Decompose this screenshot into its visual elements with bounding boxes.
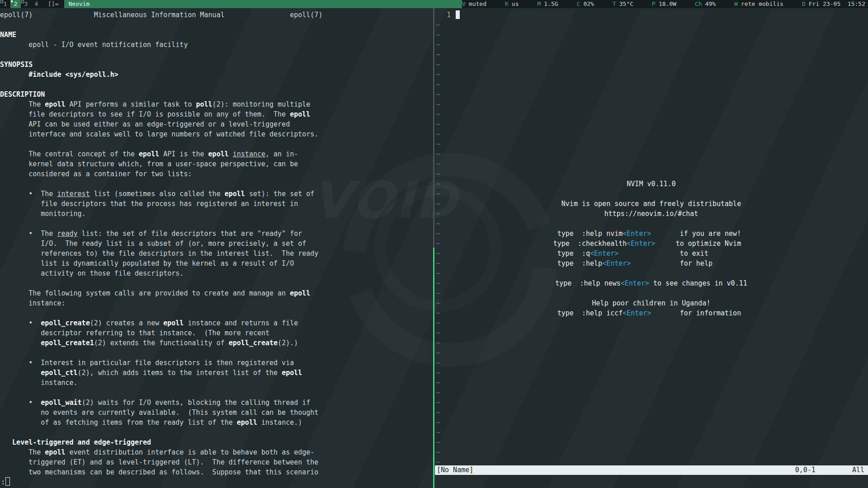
tilde: ~	[436, 457, 440, 465]
status-value: rete mobilis	[741, 0, 783, 7]
status-key: Ch	[695, 0, 702, 7]
man-line: two mechanisms can be described as follo…	[0, 467, 318, 477]
tilde: ~	[436, 30, 440, 40]
tilde: ~	[436, 99, 440, 109]
statusline-gap	[816, 465, 852, 475]
man-line: The following system calls are provided …	[0, 288, 310, 298]
tag-indicator-square	[11, 0, 13, 2]
nvim-intro-line: type :help iccf<Enter> for information	[440, 308, 863, 318]
status-key: P	[652, 0, 656, 7]
man-line: • epoll_wait(2) waits for I/O events, bl…	[0, 398, 310, 408]
status-item-p: P18.0W	[652, 0, 676, 8]
status-bar: VmutedKusM1.5GC02%T35°CP18.0WCh49%Wrete …	[462, 0, 868, 8]
status-key: K	[505, 0, 509, 7]
tilde: ~	[436, 268, 440, 278]
tilde: ~	[436, 408, 440, 418]
statusline-ruler-group: 0,0-1 All	[795, 465, 864, 475]
tilde: ~	[436, 159, 440, 169]
tilde: ~	[436, 119, 440, 129]
tilde: ~	[436, 427, 440, 437]
tilde: ~	[436, 20, 440, 30]
tilde: ~	[436, 139, 440, 149]
man-line: epoll - I/O event notification facility	[0, 40, 188, 50]
man-line: no events are currently available. (This…	[0, 408, 318, 418]
status-item-t: T35°C	[613, 0, 633, 8]
neovim-pane[interactable]: 1 ~~~~~~~~~~~~~~~~~~~~~~~~~~~~~~~~~~~~~~…	[434, 8, 868, 488]
man-line: file descriptors to see if I/O is possib…	[0, 109, 310, 119]
status-value: 02%	[583, 0, 594, 7]
tilde: ~	[436, 169, 440, 179]
tilde: ~	[436, 70, 440, 80]
nvim-intro-line: type :checkhealth<Enter> to optimize Nvi…	[440, 239, 863, 249]
window-border-unfocused	[433, 8, 434, 248]
window-border-focused[interactable]	[433, 248, 434, 488]
tilde: ~	[436, 398, 440, 408]
status-item-v: Vmuted	[462, 0, 486, 8]
status-value: 18.0W	[659, 0, 676, 7]
tag-1[interactable]: 1	[0, 0, 10, 8]
man-line: considered as a container for two lists:	[0, 169, 192, 179]
tilde: ~	[436, 388, 440, 398]
status-value: muted	[469, 0, 486, 7]
tilde: ~	[436, 60, 440, 70]
nvim-statusline: [No Name] 0,0-1 All	[435, 465, 868, 475]
focused-window-title: Neovim	[64, 0, 462, 8]
tilde: ~	[436, 89, 440, 99]
pager-prompt-line[interactable]: :	[1, 477, 10, 487]
tilde: ~	[436, 418, 440, 427]
nvim-cursor	[456, 10, 460, 19]
man-line: of as fetching items from the ready list…	[0, 418, 302, 427]
status-item-d: DFri 23-05 15:52	[802, 0, 865, 8]
tilde: ~	[436, 338, 440, 348]
desktop: VOID 1234 []= Neovim VmutedKusM1.5GC02%T…	[0, 0, 868, 488]
tilde: ~	[436, 109, 440, 119]
status-item-m: M1.5G	[537, 0, 558, 8]
status-item-ch: Ch49%	[695, 0, 716, 8]
tilde: ~	[436, 149, 440, 159]
nvim-intro-line: type :q<Enter> to exit	[440, 249, 863, 258]
man-line: • The ready list: the set of file descri…	[0, 229, 302, 239]
status-value: 49%	[705, 0, 716, 7]
man-line: epoll(7) Miscellaneous Information Manua…	[0, 10, 322, 20]
status-item-k: Kus	[505, 0, 519, 8]
statusline-ruler: 0,0-1	[795, 465, 816, 475]
tilde: ~	[436, 288, 440, 298]
nvim-intro-line: NVIM v0.11.0	[440, 179, 863, 189]
tilde: ~	[436, 447, 440, 457]
tag-2[interactable]: 2	[10, 0, 21, 8]
man-line: NAME	[0, 30, 16, 40]
status-key: M	[537, 0, 541, 7]
dwm-top-bar: 1234 []= Neovim VmutedKusM1.5GC02%T35°CP…	[0, 0, 868, 8]
man-line: epoll_ctl(2), which adds items to the in…	[0, 368, 302, 378]
layout-symbol[interactable]: []=	[42, 0, 64, 8]
man-line: API can be used either as an edge-trigge…	[0, 119, 290, 129]
tilde: ~	[436, 368, 440, 378]
status-item-c: C02%	[577, 0, 594, 8]
pager-cursor	[5, 477, 10, 486]
tag-4[interactable]: 4	[31, 0, 42, 8]
status-value: 1.5G	[544, 0, 558, 7]
tag-3[interactable]: 3	[21, 0, 31, 8]
tilde: ~	[436, 318, 440, 328]
status-value: us	[512, 0, 519, 7]
tilde: ~	[436, 189, 440, 199]
man-line: instance:	[0, 298, 66, 308]
tilde: ~	[436, 80, 440, 89]
nvim-intro-line: type :help news<Enter> to see changes in…	[440, 278, 863, 288]
tilde: ~	[436, 378, 440, 388]
statusline-filename: [No Name]	[437, 465, 473, 475]
tilde: ~	[436, 358, 440, 368]
status-key: W	[734, 0, 738, 7]
man-line: DESCRIPTION	[0, 89, 45, 99]
status-key: T	[613, 0, 616, 7]
pager-prompt: :	[1, 478, 5, 486]
man-line: The epoll event distribution interface i…	[0, 447, 314, 457]
tilde: ~	[436, 50, 440, 60]
nvim-intro-line: type :help<Enter> for help	[440, 258, 863, 268]
man-line: kernel data structure which, from a user…	[0, 159, 298, 169]
nvim-intro-line: type :help nvim<Enter> if you are new!	[440, 229, 863, 239]
tag-indicator-square	[21, 0, 24, 3]
terminal-man-page-pane[interactable]: epoll(7) Miscellaneous Information Manua…	[0, 8, 433, 488]
tag-indicator-square	[0, 0, 3, 3]
nvim-intro-line: Nvim is open source and freely distribut…	[440, 199, 863, 209]
